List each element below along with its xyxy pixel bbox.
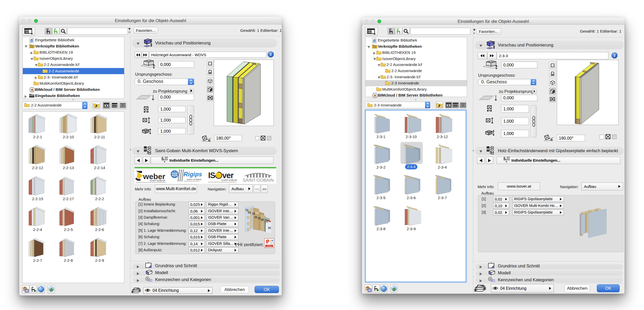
svg-text:[4]: [4] [254, 216, 257, 218]
svg-text:[8]: [8] [268, 227, 271, 229]
svg-text:SAINT-GOBAIN: SAINT-GOBAIN [222, 179, 237, 181]
svg-text:SAINT-GOBAIN: SAINT-GOBAIN [187, 178, 201, 181]
svg-text:[1]: [1] [246, 209, 248, 211]
svg-text:[3]: [3] [252, 212, 255, 215]
svg-text:IS: IS [208, 171, 215, 180]
svg-text:[7]: [7] [265, 220, 268, 223]
svg-text:SAINT-GOBAIN: SAINT-GOBAIN [150, 179, 165, 182]
svg-text:α: α [550, 138, 553, 141]
svg-text:[2]: [2] [248, 211, 251, 214]
svg-text:COMPONENT: COMPONENT [266, 246, 272, 247]
svg-text:SAINT-GOBAIN: SAINT-GOBAIN [243, 178, 274, 183]
svg-text:[5]: [5] [258, 217, 261, 219]
svg-text:Rigips: Rigips [184, 171, 202, 178]
svg-text:α: α [208, 138, 210, 142]
svg-text:ver: ver [222, 171, 234, 180]
svg-text:[6]: [6] [261, 218, 264, 221]
